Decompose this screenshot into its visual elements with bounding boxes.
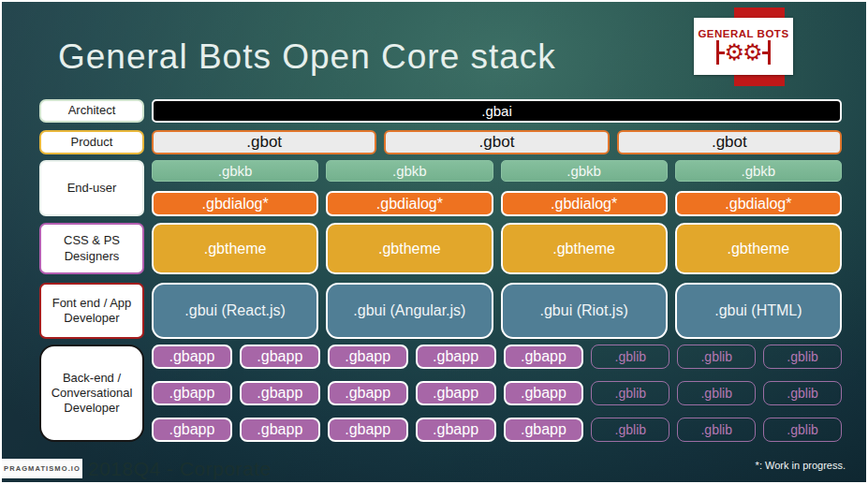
stack-box-gbapp: .gbapp [328, 381, 408, 405]
stack-diagram: Architect .gbai Product .gbot .gbot .gbo… [39, 99, 842, 442]
row-architect: Architect .gbai [39, 99, 842, 123]
stack-box-gbapp: .gbapp [416, 345, 496, 369]
logo-brand-text: GENERAL BOTS [698, 28, 788, 39]
stack-box-gbdialog: .gbdialog* [326, 191, 493, 216]
gbkb-row: .gbkb .gbkb .gbkb .gbkb [152, 160, 842, 182]
stack-box-gbtheme: .gbtheme [675, 223, 842, 274]
stack-box-gbapp: .gbapp [504, 345, 584, 369]
stack-box-gbkb: .gbkb [501, 160, 668, 182]
stack-box-gblib: .gblib [677, 345, 756, 369]
stack-box-gbapp: .gbapp [504, 381, 584, 405]
gbdialog-row: .gbdialog* .gbdialog* .gbdialog* .gbdial… [152, 191, 842, 216]
stack-box-gbui: .gbui (HTML) [675, 283, 842, 339]
row-designers: CSS & PS Designers .gbtheme .gbtheme .gb… [39, 223, 842, 274]
row-backend: Back-end / Conversational Developer .gba… [39, 345, 842, 442]
stack-box-gblib: .gblib [763, 418, 842, 442]
stack-box-gbdialog: .gbdialog* [675, 191, 842, 216]
stack-box-gbtheme: .gbtheme [152, 223, 318, 274]
backend-row-1: .gbapp .gbapp .gbapp .gbapp .gbapp .gbli… [152, 345, 842, 369]
gear-icon: ⚙ [724, 41, 744, 64]
stack-box-gbapp: .gbapp [152, 381, 232, 405]
stack-box-gbkb: .gbkb [675, 160, 842, 182]
gears-icon: ⚙ ⚙ [716, 40, 770, 65]
stack-box-gbui: .gbui (React.js) [152, 283, 318, 339]
row-end-user: End-user .gbkb .gbkb .gbkb .gbkb .gbdial… [39, 160, 842, 216]
stack-box-gbui: .gbui (Riot.js) [501, 283, 668, 339]
stack-box-gbapp: .gbapp [416, 381, 496, 405]
stack-box-gblib: .gblib [763, 381, 842, 405]
label-frontend: Font end / App Developer [39, 283, 144, 339]
work-in-progress-footnote: *: Work in progress. [756, 460, 846, 471]
label-end-user: End-user [39, 160, 144, 216]
stack-box-gbtheme: .gbtheme [501, 223, 668, 274]
backend-row-3: .gbapp .gbapp .gbapp .gbapp .gbapp .gbli… [152, 418, 842, 442]
row-product: Product .gbot .gbot .gbot [39, 130, 842, 154]
logo-card: GENERAL BOTS ⚙ ⚙ [694, 18, 793, 75]
gear-right-bar [768, 40, 771, 65]
stack-box-gblib: .gblib [591, 345, 669, 369]
stack-box-gbapp: .gbapp [240, 345, 320, 369]
stack-box-gblib: .gblib [677, 418, 756, 442]
stack-box-gbapp: .gbapp [328, 345, 408, 369]
slide-canvas: General Bots Open Core stack GENERAL BOT… [0, 0, 868, 484]
stack-box-gbot: .gbot [152, 130, 376, 154]
stack-box-gbapp: .gbapp [240, 381, 320, 405]
label-product: Product [39, 130, 144, 154]
backend-row-2: .gbapp .gbapp .gbapp .gbapp .gbapp .gbli… [152, 381, 842, 405]
stack-box-gblib: .gblib [591, 418, 669, 442]
stack-box-gbapp: .gbapp [240, 418, 320, 442]
footer-text: 2018Q4 - Corporate [88, 458, 272, 480]
stack-box-gbkb: .gbkb [326, 160, 493, 182]
stack-box-gbot: .gbot [617, 130, 842, 154]
stack-box-gbapp: .gbapp [152, 345, 232, 369]
label-designers: CSS & PS Designers [39, 223, 144, 274]
stack-box-gbapp: .gbapp [416, 418, 496, 442]
stack-box-gbui: .gbui (Angular.js) [326, 283, 493, 339]
stack-box-gblib: .gblib [591, 381, 669, 405]
stack-box-gbkb: .gbkb [152, 160, 318, 182]
row-frontend: Font end / App Developer .gbui (React.js… [39, 283, 842, 339]
pragmatismo-brand-badge: PRAGMATISMO.IO [2, 459, 82, 478]
gear-icon: ⚙ [743, 41, 763, 64]
stack-box-gbdialog: .gbdialog* [501, 191, 668, 216]
general-bots-logo: GENERAL BOTS ⚙ ⚙ [699, 2, 820, 92]
stack-box-gbot: .gbot [384, 130, 609, 154]
page-title: General Bots Open Core stack [58, 37, 556, 77]
label-backend: Back-end / Conversational Developer [39, 345, 144, 442]
stack-box-gbdialog: .gbdialog* [152, 191, 318, 216]
stack-box-gbapp: .gbapp [504, 418, 584, 442]
stack-box-gbai: .gbai [152, 99, 842, 123]
stack-box-gbtheme: .gbtheme [326, 223, 493, 274]
label-architect: Architect [39, 99, 144, 123]
stack-box-gbapp: .gbapp [152, 418, 232, 442]
stack-box-gblib: .gblib [677, 381, 756, 405]
stack-box-gblib: .gblib [763, 345, 842, 369]
stack-box-gbapp: .gbapp [328, 418, 408, 442]
